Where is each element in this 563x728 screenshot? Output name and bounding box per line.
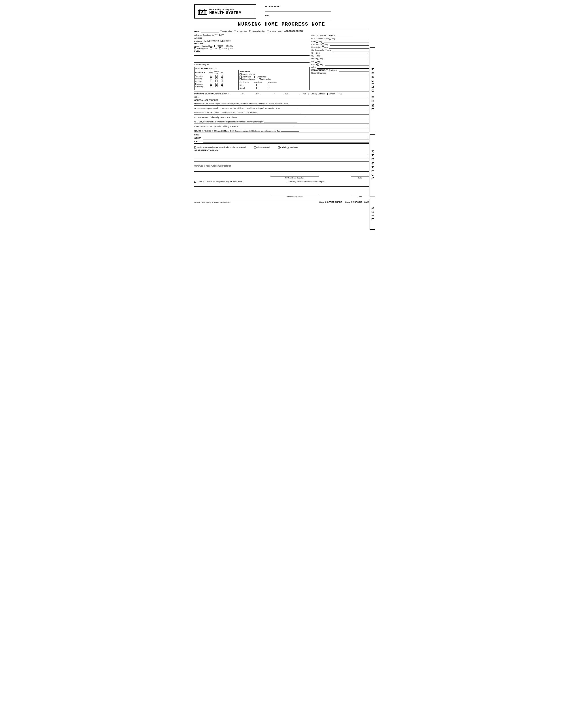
- bathing-needs-cb[interactable]: [215, 80, 217, 82]
- grooming-dep-cb[interactable]: [221, 85, 223, 87]
- hist-patient-cb[interactable]: [214, 45, 216, 47]
- ros-resp-line[interactable]: [330, 46, 369, 49]
- amb-unassisted[interactable]: Unassisted: [254, 76, 266, 78]
- hist-family-cb[interactable]: [225, 45, 227, 47]
- ros-eyes-cb[interactable]: [316, 41, 318, 43]
- prob-updated-cb[interactable]: [220, 40, 222, 42]
- hist-therapy[interactable]: Therapy Staff: [219, 47, 233, 50]
- prob-reviewed[interactable]: Reviewed: [207, 40, 219, 42]
- ros-psych-cb[interactable]: [317, 64, 319, 66]
- gt-checkbox[interactable]: GT: [301, 93, 306, 95]
- adv-yes-cb[interactable]: [212, 34, 214, 36]
- ros-cardio-line[interactable]: [333, 49, 369, 51]
- ros-gu-neg[interactable]: neg: [315, 55, 321, 57]
- ros-neuro-cb[interactable]: [317, 58, 319, 60]
- ros-cardio-cb[interactable]: [325, 49, 327, 51]
- amb-assistance[interactable]: With Assistance: [239, 78, 255, 80]
- visit-biyr[interactable]: Bi-Yr. Visit: [220, 30, 232, 32]
- visit-annual[interactable]: Annual Exam: [267, 30, 282, 32]
- mri-cc-field[interactable]: [336, 34, 353, 36]
- ros-psych-line[interactable]: [325, 63, 369, 66]
- ros-eyes-line[interactable]: [324, 40, 369, 43]
- temp-field[interactable]: [230, 92, 241, 95]
- ros-neuro-neg[interactable]: neg: [317, 58, 323, 60]
- dressing-needs-cb[interactable]: [215, 83, 217, 85]
- other-field[interactable]: [200, 96, 369, 98]
- pmhx-line3[interactable]: [194, 60, 310, 63]
- transfers-indep-cb[interactable]: [210, 75, 212, 77]
- pmhx-line2[interactable]: [194, 56, 310, 59]
- np-date-line[interactable]: [351, 173, 369, 176]
- amb-walker[interactable]: With walker: [259, 78, 271, 80]
- continues-field[interactable]: [194, 171, 369, 172]
- amb-assistance-cb[interactable]: [239, 78, 241, 80]
- gi-field[interactable]: [264, 120, 297, 122]
- ros-meds-reviewed[interactable]: Reviewed: [326, 69, 337, 71]
- hist-chart[interactable]: Chart: [210, 47, 217, 50]
- attending-date-line[interactable]: [351, 192, 369, 195]
- labs-reviewed-cb[interactable]: [254, 146, 256, 148]
- extremities-field[interactable]: [239, 124, 294, 127]
- visit-recert[interactable]: Recertification: [249, 30, 265, 32]
- ros-ms-line[interactable]: [322, 60, 369, 63]
- gt-cb[interactable]: [301, 93, 303, 95]
- pulse-field[interactable]: [244, 92, 255, 95]
- transfers-needs-cb[interactable]: [215, 75, 217, 77]
- hist-nursing[interactable]: Nursing Staff: [194, 47, 208, 50]
- assessment-line3[interactable]: [194, 161, 369, 162]
- i-saw-cb-item[interactable]: [194, 181, 196, 183]
- ros-ent-cb[interactable]: [322, 43, 324, 45]
- ros-eyes-neg[interactable]: neg: [316, 40, 322, 43]
- ros-ent-neg[interactable]: neg: [322, 43, 328, 45]
- ros-psych-neg[interactable]: neg: [317, 63, 323, 66]
- ros-ms-cb[interactable]: [315, 61, 317, 63]
- labs-reviewed-cb-item[interactable]: Labs Reviewed: [254, 146, 270, 148]
- ros-constitutional-neg[interactable]: neg: [329, 38, 335, 40]
- ros-const-cb[interactable]: [329, 38, 331, 40]
- ros-gu-cb[interactable]: [315, 55, 317, 57]
- biyr-checkbox[interactable]: [220, 30, 222, 32]
- hist-family[interactable]: Family: [225, 45, 233, 47]
- hist-therapy-cb[interactable]: [219, 47, 221, 49]
- ros-constitutional-line[interactable]: [337, 37, 369, 40]
- ros-meds-cb[interactable]: [326, 69, 328, 71]
- dressing-indep-cb[interactable]: [210, 83, 212, 85]
- ros-resp-cb[interactable]: [322, 46, 324, 48]
- ros-other-line[interactable]: [317, 66, 369, 69]
- np-sig-line[interactable]: [270, 173, 319, 176]
- radiology-cb[interactable]: [278, 146, 280, 148]
- bp-field2[interactable]: [275, 92, 284, 95]
- ros-gu-line[interactable]: [322, 54, 369, 57]
- cardiovascular-field[interactable]: [257, 111, 302, 113]
- feeding-needs-cb[interactable]: [215, 77, 217, 79]
- allergies-field[interactable]: [202, 37, 310, 39]
- radiology-cb-item[interactable]: Radiology Reviewed: [278, 146, 298, 148]
- urinary-catheter-cb-item[interactable]: Urinary Catheter: [308, 93, 325, 95]
- attending-sig-line[interactable]: [270, 192, 319, 195]
- amb-unassisted-cb[interactable]: [254, 76, 256, 78]
- nonamb-cb[interactable]: [239, 73, 241, 75]
- date-field[interactable]: [201, 30, 219, 32]
- feeding-indep-cb[interactable]: [210, 77, 212, 79]
- total-care-cb-item[interactable]: Total Care Plan/Pharmacy/Medication Orde…: [194, 146, 246, 148]
- hist-nursing-cb[interactable]: [194, 47, 196, 49]
- i-saw-field[interactable]: [243, 180, 288, 183]
- urine-continent-cb[interactable]: [256, 84, 258, 86]
- amb-walker-cb[interactable]: [259, 78, 261, 80]
- respiratory-field[interactable]: [238, 115, 304, 118]
- hist-patient[interactable]: Patient: [214, 45, 223, 47]
- skin-field[interactable]: [203, 133, 369, 136]
- pmhx-line1[interactable]: [194, 53, 310, 56]
- hist-chart-cb[interactable]: [210, 47, 212, 49]
- adv-dir-yes[interactable]: Yes: [212, 34, 218, 36]
- dressing-dep-cb[interactable]: [221, 83, 223, 85]
- lab-field[interactable]: [203, 140, 369, 143]
- i-saw-cb[interactable]: [194, 181, 196, 183]
- neck-field[interactable]: [280, 106, 298, 109]
- bp-field[interactable]: [260, 92, 273, 95]
- bathing-dep-cb[interactable]: [221, 80, 223, 82]
- transfers-dep-cb[interactable]: [221, 75, 223, 77]
- heent-field[interactable]: [289, 102, 311, 104]
- trach-checkbox[interactable]: Trach: [328, 93, 335, 95]
- feeding-dep-cb[interactable]: [221, 77, 223, 79]
